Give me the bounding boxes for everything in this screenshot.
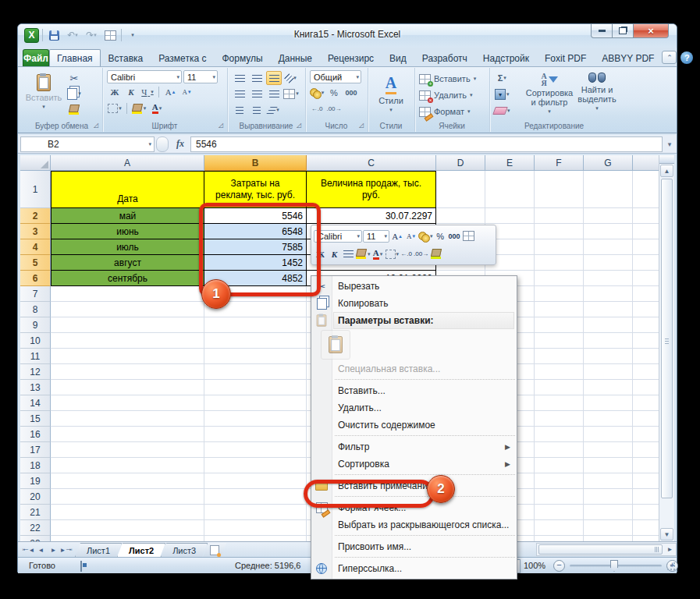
font-name-combo[interactable]: Calibri▾	[107, 70, 182, 83]
context-menu-item-insert-cells[interactable]: Вставить...	[311, 382, 517, 399]
cell[interactable]	[633, 364, 660, 380]
cell[interactable]	[485, 171, 535, 208]
mini-comma-button[interactable]: 000	[448, 229, 461, 243]
cell[interactable]	[584, 317, 633, 333]
align-top-button[interactable]	[232, 71, 247, 85]
format-painter-button[interactable]	[66, 102, 82, 116]
cell[interactable]	[535, 224, 584, 239]
scroll-up-icon[interactable]: ▲	[660, 165, 673, 177]
cell[interactable]	[633, 208, 660, 224]
row-header-16[interactable]: 16	[20, 427, 51, 442]
cell[interactable]	[633, 442, 660, 458]
cell[interactable]	[51, 286, 204, 302]
row-header-10[interactable]: 10	[20, 333, 51, 349]
comma-style-button[interactable]: 000	[343, 86, 359, 100]
format-button[interactable]: Формат▾	[419, 105, 489, 119]
cell[interactable]	[584, 286, 633, 302]
first-sheet-button[interactable]: ⭰◄	[23, 544, 34, 555]
workbook-minimize-icon[interactable]: −	[697, 52, 700, 63]
borders-button[interactable]: ▾	[107, 101, 123, 115]
cell[interactable]	[204, 505, 307, 520]
cell[interactable]	[633, 536, 660, 541]
mini-decrease-decimal-button[interactable]: .00→	[414, 247, 428, 261]
expand-formula-bar-icon[interactable]: ▾	[663, 140, 677, 148]
cell[interactable]	[535, 395, 584, 411]
cell[interactable]	[204, 489, 307, 505]
cell[interactable]	[535, 520, 584, 536]
autosum-button[interactable]: Σ▾	[494, 71, 510, 85]
zoom-track[interactable]	[570, 565, 662, 567]
merge-center-button[interactable]: ▾	[283, 87, 299, 101]
mini-format-painter-button[interactable]	[429, 247, 442, 261]
mini-borders-button[interactable]: ▾	[386, 247, 400, 261]
number-format-combo[interactable]: Общий▾	[310, 70, 361, 83]
cell[interactable]	[584, 427, 633, 442]
insert-cells-button[interactable]: Вставить▾	[419, 72, 489, 86]
cell[interactable]	[436, 171, 485, 208]
cell[interactable]	[535, 364, 584, 380]
row-header-6[interactable]: 6	[20, 271, 51, 286]
cell[interactable]	[204, 395, 307, 411]
cell[interactable]	[584, 271, 633, 286]
align-right-button[interactable]	[266, 87, 282, 101]
select-all-corner[interactable]	[20, 155, 51, 171]
cell[interactable]	[633, 411, 660, 427]
column-header-C[interactable]: C	[307, 155, 436, 171]
context-menu-item-hyperlink[interactable]: Гиперссылка...	[311, 560, 517, 577]
shrink-font-button[interactable]: А▾	[179, 85, 194, 99]
hscroll-right-icon[interactable]: ►	[664, 544, 676, 555]
underline-button[interactable]: Ч ▾	[140, 85, 155, 99]
cell[interactable]	[633, 333, 660, 349]
cell-A4[interactable]: июль	[51, 239, 204, 255]
cell[interactable]	[535, 473, 584, 489]
tab-file[interactable]: Файл	[23, 49, 49, 66]
tab-foxit-pdf[interactable]: Foxit PDF	[537, 49, 594, 66]
mini-increase-decimal-button[interactable]: ←.0	[400, 247, 413, 261]
mini-italic-button[interactable]: К	[328, 247, 341, 261]
formula-bar-splitter[interactable]	[156, 136, 169, 152]
column-header-F[interactable]: F	[535, 155, 584, 171]
sheet-tab-лист2[interactable]: Лист2	[117, 543, 165, 557]
row-header-11[interactable]: 11	[20, 349, 51, 364]
tab-рецензирс[interactable]: Рецензирс	[320, 49, 382, 66]
cell[interactable]	[204, 458, 307, 473]
row-header-21[interactable]: 21	[20, 505, 51, 520]
restore-button[interactable]	[613, 24, 634, 38]
cell-styles-button[interactable]: А Стили ▾	[374, 71, 408, 119]
cell[interactable]	[535, 349, 584, 364]
cell[interactable]	[204, 411, 307, 427]
row-header-15[interactable]: 15	[20, 411, 51, 427]
minimize-button[interactable]	[591, 24, 613, 38]
align-left-button[interactable]	[232, 87, 247, 101]
row-header-1[interactable]: 1	[20, 171, 51, 208]
cell[interactable]	[51, 333, 204, 349]
cell[interactable]	[584, 442, 633, 458]
zoom-handle[interactable]	[610, 560, 618, 572]
cell[interactable]	[584, 333, 633, 349]
cell[interactable]	[584, 208, 633, 224]
scroll-down-icon[interactable]: ▼	[660, 528, 673, 541]
cell[interactable]	[204, 536, 307, 541]
tab-надстройк[interactable]: Надстройк	[475, 49, 537, 66]
cell[interactable]	[584, 239, 633, 255]
mini-percent-button[interactable]: %	[434, 229, 447, 243]
cell[interactable]	[535, 442, 584, 458]
row-header-8[interactable]: 8	[20, 302, 51, 317]
cell[interactable]	[535, 489, 584, 505]
cut-button[interactable]: ✂	[66, 71, 82, 85]
cell[interactable]	[51, 505, 204, 520]
cell[interactable]	[535, 255, 584, 271]
cell[interactable]	[51, 442, 204, 458]
align-bottom-button[interactable]	[266, 71, 282, 85]
row-header-20[interactable]: 20	[20, 489, 51, 505]
cell[interactable]	[633, 489, 660, 505]
font-size-combo[interactable]: 11▾	[183, 70, 218, 83]
row-header-14[interactable]: 14	[20, 395, 51, 411]
cell[interactable]	[633, 317, 660, 333]
context-menu-item-sort[interactable]: Сортировка▶	[311, 455, 517, 473]
cell[interactable]	[51, 473, 204, 489]
cell[interactable]	[633, 505, 660, 520]
cell[interactable]	[204, 317, 307, 333]
cell[interactable]	[51, 302, 204, 317]
cell[interactable]	[633, 224, 660, 239]
